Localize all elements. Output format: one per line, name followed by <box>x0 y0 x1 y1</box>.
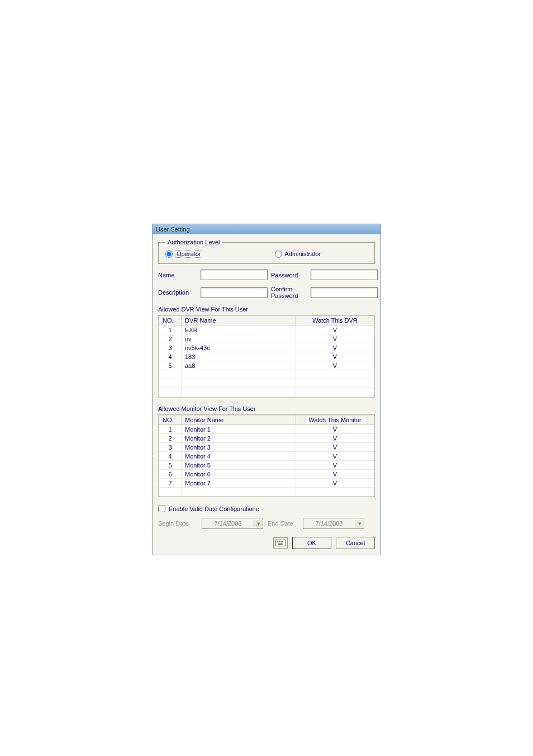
row-no: 5 <box>159 461 182 470</box>
row-no: 3 <box>159 443 182 452</box>
ok-button[interactable]: OK <box>292 537 331 549</box>
dialog-content: Authorization Level Operator Administrat… <box>153 234 380 555</box>
row-name: nv5k-43c <box>182 343 296 352</box>
table-row[interactable]: 6Monitor 6V <box>159 470 374 479</box>
row-name: Monitor 1 <box>182 425 296 434</box>
begin-date-picker[interactable]: 7/14/2008 ▾ <box>202 518 263 529</box>
table-row[interactable]: 2Monitor 2V <box>159 434 374 443</box>
end-date-picker[interactable]: 7/14/2008 ▾ <box>303 518 364 529</box>
dvr-col-no[interactable]: NO. <box>159 316 182 325</box>
authorization-level-group: Authorization Level Operator Administrat… <box>158 239 375 264</box>
row-watch[interactable]: V <box>296 452 374 461</box>
row-watch[interactable]: V <box>296 434 374 443</box>
row-no: 4 <box>159 452 182 461</box>
allowed-monitor-heading: Allowed Monitor View For This User <box>158 405 375 412</box>
row-watch[interactable]: V <box>296 470 374 479</box>
row-name: Monitor 6 <box>182 470 296 479</box>
table-row[interactable]: 1Monitor 1V <box>159 425 374 434</box>
cancel-button[interactable]: Cancel <box>336 537 375 549</box>
monitor-header-row: NO. Monitor Name Watch This Monitor <box>159 415 374 425</box>
user-setting-dialog: User Setting Authorization Level Operato… <box>152 224 381 555</box>
name-label: Name <box>158 272 197 278</box>
row-name: Monitor 5 <box>182 461 296 470</box>
monitor-col-name[interactable]: Monitor Name <box>182 415 296 425</box>
begin-date-value: 7/14/2008 <box>202 520 254 527</box>
row-watch[interactable]: V <box>296 334 374 343</box>
allowed-dvr-heading: Allowed DVR View For This User <box>158 306 375 313</box>
row-name: Monitor 4 <box>182 452 296 461</box>
table-row-empty <box>159 370 374 379</box>
monitor-col-watch[interactable]: Watch This Monitor <box>296 415 374 425</box>
dvr-col-watch[interactable]: Watch This DVR <box>296 316 374 325</box>
description-input[interactable] <box>201 287 268 298</box>
auth-radio-row: Operator Administrator <box>165 250 368 258</box>
password-input[interactable] <box>311 270 378 280</box>
description-label: Description <box>158 289 197 296</box>
name-input[interactable] <box>201 270 268 280</box>
enable-valid-date-checkbox[interactable] <box>158 505 165 512</box>
operator-option[interactable]: Operator <box>165 250 202 258</box>
row-name: Monitor 7 <box>182 479 296 488</box>
administrator-option[interactable]: Administrator <box>275 251 321 258</box>
enable-valid-date-label: Enable Valid Date Configuratione <box>169 505 259 512</box>
table-row[interactable]: 4Monitor 4V <box>159 452 374 461</box>
table-row[interactable]: 4183V <box>159 352 374 361</box>
table-row[interactable]: 1EXRV <box>159 325 374 334</box>
row-watch[interactable]: V <box>296 352 374 361</box>
table-row[interactable]: 3nv5k-43cV <box>159 343 374 352</box>
table-row-empty <box>159 379 374 388</box>
table-row[interactable]: 3Monitor 3V <box>159 443 374 452</box>
row-watch[interactable]: V <box>296 425 374 434</box>
administrator-radio[interactable] <box>275 251 282 258</box>
row-watch[interactable]: V <box>296 443 374 452</box>
row-no: 3 <box>159 343 182 352</box>
svg-rect-2 <box>279 541 280 542</box>
begin-date-dropdown-icon[interactable]: ▾ <box>254 520 263 527</box>
monitor-table-wrap: NO. Monitor Name Watch This Monitor 1Mon… <box>158 414 375 497</box>
svg-rect-5 <box>278 544 283 545</box>
row-watch[interactable]: V <box>296 343 374 352</box>
dvr-table: NO. DVR Name Watch This DVR 1EXRV2nvV3nv… <box>159 315 374 397</box>
svg-rect-1 <box>277 541 278 542</box>
row-name: nv <box>182 334 296 343</box>
authorization-level-legend: Authorization Level <box>165 239 222 245</box>
enable-valid-date-row: Enable Valid Date Configuratione <box>158 505 375 512</box>
row-no: 7 <box>159 479 182 488</box>
monitor-col-no[interactable]: NO. <box>159 415 182 425</box>
begin-date-label: Begin Date <box>158 520 197 527</box>
end-date-value: 7/14/2008 <box>303 520 355 527</box>
table-row-empty <box>159 488 374 497</box>
table-row[interactable]: 5Monitor 5V <box>159 461 374 470</box>
confirm-password-input[interactable] <box>311 287 378 298</box>
bottom-button-row: OK Cancel <box>158 537 375 549</box>
table-row[interactable]: 2nvV <box>159 334 374 343</box>
dvr-header-row: NO. DVR Name Watch This DVR <box>159 316 374 325</box>
row-name: Monitor 3 <box>182 443 296 452</box>
row-name: EXR <box>182 325 296 334</box>
dvr-col-name[interactable]: DVR Name <box>182 316 296 325</box>
row-no: 6 <box>159 470 182 479</box>
row-no: 4 <box>159 352 182 361</box>
operator-radio[interactable] <box>165 251 173 258</box>
table-row[interactable]: 5aa8V <box>159 361 374 370</box>
date-row: Begin Date 7/14/2008 ▾ End Date 7/14/200… <box>158 518 375 529</box>
operator-label: Operator <box>175 250 202 258</box>
row-no: 2 <box>159 434 182 443</box>
row-watch[interactable]: V <box>296 361 374 370</box>
row-no: 5 <box>159 361 182 370</box>
password-label: Password <box>271 272 307 278</box>
row-no: 2 <box>159 334 182 343</box>
row-watch[interactable]: V <box>296 479 374 488</box>
table-row[interactable]: 7Monitor 7V <box>159 479 374 488</box>
row-name: aa8 <box>182 361 296 370</box>
dvr-table-wrap: NO. DVR Name Watch This DVR 1EXRV2nvV3nv… <box>158 315 375 398</box>
keyboard-icon[interactable] <box>273 537 288 549</box>
row-no: 1 <box>159 425 182 434</box>
svg-rect-0 <box>276 540 285 546</box>
row-watch[interactable]: V <box>296 461 374 470</box>
table-row-empty <box>159 388 374 397</box>
row-name: 183 <box>182 352 296 361</box>
end-date-dropdown-icon[interactable]: ▾ <box>355 520 364 527</box>
svg-rect-3 <box>280 541 282 542</box>
row-watch[interactable]: V <box>296 325 374 334</box>
